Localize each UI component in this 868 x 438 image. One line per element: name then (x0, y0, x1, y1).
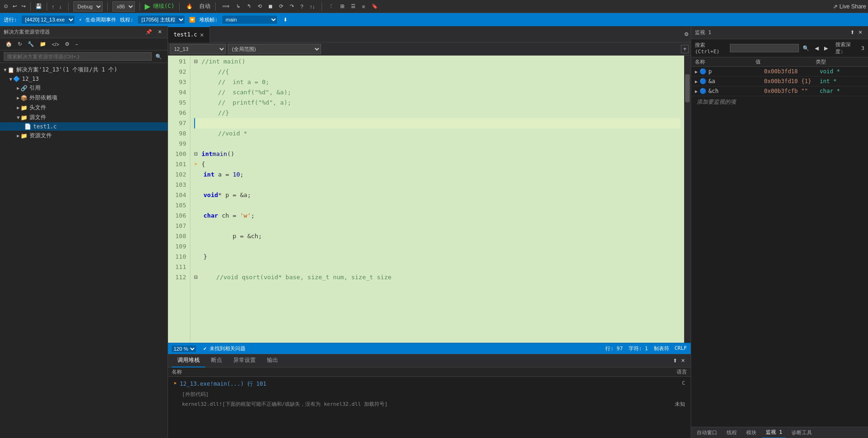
nav-mid-select[interactable]: (全局范围) (228, 44, 321, 54)
watch-tab-watch1[interactable]: 监视 1 (762, 427, 786, 438)
sidebar-search-input[interactable] (4, 52, 152, 61)
watch-expand-btn[interactable]: ⬆ (848, 28, 856, 36)
undo-btn[interactable]: ↩ (11, 2, 19, 10)
debug-config-select[interactable]: Debug (73, 1, 103, 12)
bottom-tab-output[interactable]: 输出 (261, 354, 284, 367)
bottom-panel-expand[interactable]: ⬆ (671, 357, 679, 365)
git-btn2[interactable]: ↓ (57, 3, 64, 10)
code-editor[interactable]: ⊟//int main() //{ // int a = 0; // scanf… (190, 56, 684, 343)
watch-row-a[interactable]: ▶ 🔵 &a 0x00b3fd10 {1} int * (691, 77, 868, 86)
expand-a-icon[interactable]: ▶ (695, 79, 698, 84)
back-btn[interactable]: ⊙ (2, 2, 10, 10)
debug-nav7[interactable]: ↷ (288, 2, 296, 10)
expand-ch-icon[interactable]: ▶ (695, 89, 698, 94)
code-container[interactable]: 91 92 93 94 95 96 97 98 99 100 101 102 1… (168, 56, 691, 343)
tab-name: test1.c (174, 31, 197, 38)
tree-refs[interactable]: ▶ 🔗 引用 (0, 83, 168, 93)
watch-add-label: 添加要监视的项 (697, 99, 736, 105)
more-btn4[interactable]: ≡ (360, 3, 367, 10)
debug-nav4[interactable]: ⟲ (256, 2, 264, 10)
code-view-btn[interactable]: </> (50, 41, 61, 48)
watch-close-btn[interactable]: ✕ (856, 28, 864, 36)
bottom-panel-close[interactable]: ✕ (679, 357, 687, 365)
more-btn1[interactable]: ⋮ (327, 2, 336, 10)
debug-nav9[interactable]: ↑↓ (308, 3, 317, 10)
refs-label: 引用 (29, 84, 41, 92)
tree-resources[interactable]: ▶ 📁 资源文件 (0, 131, 168, 141)
sidebar-toolbar: 🏠 ↻ 🔧 📁 </> ⚙ − (0, 38, 168, 50)
watch-add-item[interactable]: 添加要监视的项 (691, 96, 868, 108)
more-btn2[interactable]: ⊞ (338, 2, 346, 10)
tree-solution[interactable]: ▼ 📋 解决方案'12_13'(1 个项目/共 1 个) (0, 65, 168, 75)
watch-search-btn[interactable]: 🔍 (801, 44, 811, 52)
live-share-btn[interactable]: ⇗ Live Share (833, 3, 866, 10)
call-row-main[interactable]: ➤ 12_13.exe!main(...) 行 101 C (168, 379, 691, 389)
debug-nav3[interactable]: ↰ (245, 2, 253, 10)
auto-label: 自动 (199, 2, 210, 10)
call-row-kernel[interactable]: kernel32.dll![下面的框架可能不正确和/或缺失，没有为 kernel… (168, 399, 691, 409)
settings-btn[interactable]: ⚙ (63, 40, 71, 48)
watch-nav-next[interactable]: ▶ (822, 44, 830, 52)
tree-external-deps[interactable]: ▶ 📦 外部依赖项 (0, 93, 168, 103)
nav-left-select[interactable]: 12_13 (170, 44, 226, 54)
line-96: //} (194, 108, 680, 118)
properties-btn[interactable]: 🔧 (26, 40, 36, 48)
stack-nav[interactable]: ⬇ (281, 16, 289, 24)
fire-btn[interactable]: 🔥 (184, 2, 195, 10)
thread-select[interactable]: [17056] 主线程 (137, 15, 185, 24)
save-btn[interactable]: 💾 (34, 2, 44, 10)
zoom-select[interactable]: 120 % (172, 346, 196, 352)
editor-scrollbar[interactable] (684, 56, 691, 343)
debug-nav8[interactable]: ? (299, 3, 305, 10)
nav-add-btn[interactable]: + (681, 45, 689, 53)
watch-search-input[interactable] (730, 44, 799, 52)
minus-btn[interactable]: − (73, 41, 80, 48)
new-solution-btn[interactable]: 🏠 (4, 40, 14, 48)
tab-close-btn[interactable]: ✕ (200, 31, 204, 38)
continue-btn[interactable]: ▶ (145, 2, 150, 11)
git-btn[interactable]: ↑ (50, 3, 56, 10)
more-btn5[interactable]: 🔖 (370, 2, 380, 10)
bottom-tab-callstack[interactable]: 调用堆栈 (172, 354, 205, 367)
expand-p-icon[interactable]: ▶ (695, 69, 698, 74)
bottom-tab-exceptions[interactable]: 异常设置 (228, 354, 261, 367)
sidebar-close-btn[interactable]: ✕ (156, 28, 164, 36)
debug-nav5[interactable]: ◼ (266, 2, 274, 10)
show-files-btn[interactable]: 📁 (38, 40, 48, 48)
tree-project[interactable]: ▼ 🔷 12_13 (0, 75, 168, 83)
redo-btn[interactable]: ↪ (20, 2, 28, 10)
tree-sources[interactable]: ▼ 📁 源文件 (0, 113, 168, 122)
watch-nav-prev[interactable]: ◀ (813, 44, 820, 52)
watch-row-p[interactable]: ▶ 🔵 p 0x00b3fd18 void * (691, 67, 868, 77)
tree-file[interactable]: 📄 test1.c (0, 122, 168, 131)
tree-headers[interactable]: ▶ 📁 头文件 (0, 103, 168, 113)
stack-select[interactable]: main (222, 15, 278, 24)
debug-nav6[interactable]: ⟳ (277, 2, 285, 10)
bottom-tab-breakpoints[interactable]: 断点 (205, 354, 228, 367)
status-bar: 120 % ✔ 未找到相关问题 行: 97 字符: 1 制表符 CRLF (168, 343, 691, 354)
call-row-external[interactable]: [外部代码] (168, 389, 691, 399)
watch-tab-diagnostics[interactable]: 诊断工具 (788, 427, 816, 438)
ext-arrow: ▶ (17, 95, 20, 100)
watch-ch-type: char * (820, 88, 864, 94)
arch-select[interactable]: x86 (112, 1, 135, 12)
watch-row-ch[interactable]: ▶ 🔵 &ch 0x00b3fcfb "" char * (691, 86, 868, 96)
sidebar-search-btn[interactable]: 🔍 (154, 53, 164, 61)
process-select[interactable]: [4420] 12_13.exe (21, 15, 75, 24)
editor-tab-test1[interactable]: test1.c ✕ (168, 26, 210, 42)
res-arrow: ▶ (17, 133, 20, 138)
sidebar-search: 🔍 (0, 50, 168, 63)
sidebar-pin-btn[interactable]: 📌 (144, 28, 154, 36)
lifecycle-label: 生命周期事件 (85, 16, 116, 23)
watch-tab-thread[interactable]: 线程 (723, 427, 741, 438)
watch-col-header: 名称 值 类型 (691, 57, 868, 67)
call-stack-header: 名称 语言 (168, 367, 691, 377)
watch-tab-auto[interactable]: 自动窗口 (693, 427, 721, 438)
debug-nav2[interactable]: ↳ (234, 2, 242, 10)
editor-settings-btn[interactable]: ⚙ (682, 30, 691, 38)
more-btn3[interactable]: ☰ (349, 2, 357, 10)
editor-area: test1.c ✕ ⚙ 12_13 (全局范围) + 91 (168, 26, 691, 354)
watch-tab-modules[interactable]: 模块 (742, 427, 760, 438)
debug-nav1[interactable]: ⟹ (220, 2, 231, 10)
refresh-btn[interactable]: ↻ (16, 40, 24, 48)
